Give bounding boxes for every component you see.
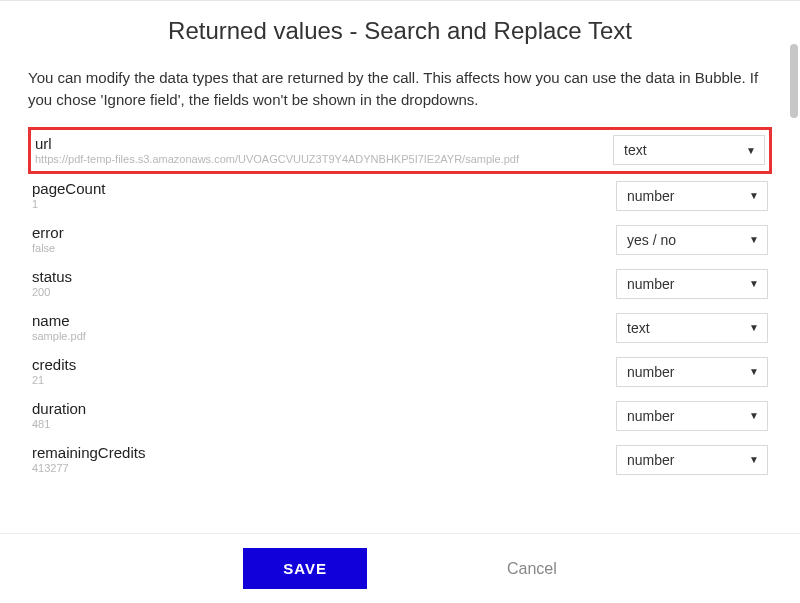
type-select-label: number xyxy=(627,408,674,424)
field-sample: false xyxy=(32,242,604,255)
caret-down-icon: ▼ xyxy=(749,366,759,377)
field-info: duration481 xyxy=(32,400,604,431)
type-select[interactable]: number▼ xyxy=(616,357,768,387)
type-select[interactable]: text▼ xyxy=(613,135,765,165)
caret-down-icon: ▼ xyxy=(749,410,759,421)
modal-description: You can modify the data types that are r… xyxy=(28,67,772,111)
type-select-label: number xyxy=(627,276,674,292)
field-info: namesample.pdf xyxy=(32,312,604,343)
type-select-label: yes / no xyxy=(627,232,676,248)
cancel-button[interactable]: Cancel xyxy=(507,560,557,578)
field-info: credits21 xyxy=(32,356,604,387)
field-sample: https://pdf-temp-files.s3.amazonaws.com/… xyxy=(35,153,601,166)
field-name: duration xyxy=(32,400,604,418)
type-select[interactable]: text▼ xyxy=(616,313,768,343)
field-sample: 200 xyxy=(32,286,604,299)
type-select-label: text xyxy=(624,142,647,158)
field-info: errorfalse xyxy=(32,224,604,255)
returned-values-modal: Returned values - Search and Replace Tex… xyxy=(0,0,800,603)
field-info: status200 xyxy=(32,268,604,299)
field-row: duration481number▼ xyxy=(28,394,772,438)
type-select[interactable]: number▼ xyxy=(616,181,768,211)
field-sample: 413277 xyxy=(32,462,604,475)
field-name: pageCount xyxy=(32,180,604,198)
caret-down-icon: ▼ xyxy=(749,454,759,465)
field-sample: 21 xyxy=(32,374,604,387)
field-row: urlhttps://pdf-temp-files.s3.amazonaws.c… xyxy=(28,127,772,174)
field-info: urlhttps://pdf-temp-files.s3.amazonaws.c… xyxy=(35,135,601,166)
field-row: credits21number▼ xyxy=(28,350,772,394)
scrollbar-thumb[interactable] xyxy=(790,44,798,118)
modal-footer: SAVE Cancel xyxy=(0,533,800,603)
save-button[interactable]: SAVE xyxy=(243,548,367,589)
modal-body[interactable]: You can modify the data types that are r… xyxy=(0,57,800,533)
caret-down-icon: ▼ xyxy=(749,190,759,201)
field-name: credits xyxy=(32,356,604,374)
field-list: urlhttps://pdf-temp-files.s3.amazonaws.c… xyxy=(28,127,772,482)
field-name: remainingCredits xyxy=(32,444,604,462)
type-select[interactable]: number▼ xyxy=(616,401,768,431)
caret-down-icon: ▼ xyxy=(749,322,759,333)
type-select-label: text xyxy=(627,320,650,336)
field-row: remainingCredits413277number▼ xyxy=(28,438,772,482)
caret-down-icon: ▼ xyxy=(749,234,759,245)
type-select-label: number xyxy=(627,188,674,204)
type-select[interactable]: number▼ xyxy=(616,445,768,475)
caret-down-icon: ▼ xyxy=(749,278,759,289)
field-name: error xyxy=(32,224,604,242)
type-select-label: number xyxy=(627,452,674,468)
field-name: name xyxy=(32,312,604,330)
field-row: errorfalseyes / no▼ xyxy=(28,218,772,262)
field-row: status200number▼ xyxy=(28,262,772,306)
caret-down-icon: ▼ xyxy=(746,145,756,156)
field-row: namesample.pdftext▼ xyxy=(28,306,772,350)
field-info: pageCount1 xyxy=(32,180,604,211)
field-name: url xyxy=(35,135,601,153)
modal-header: Returned values - Search and Replace Tex… xyxy=(0,1,800,57)
field-sample: 481 xyxy=(32,418,604,431)
type-select[interactable]: yes / no▼ xyxy=(616,225,768,255)
field-sample: 1 xyxy=(32,198,604,211)
field-row: pageCount1number▼ xyxy=(28,174,772,218)
field-sample: sample.pdf xyxy=(32,330,604,343)
type-select[interactable]: number▼ xyxy=(616,269,768,299)
field-info: remainingCredits413277 xyxy=(32,444,604,475)
modal-title: Returned values - Search and Replace Tex… xyxy=(0,17,800,45)
type-select-label: number xyxy=(627,364,674,380)
field-name: status xyxy=(32,268,604,286)
